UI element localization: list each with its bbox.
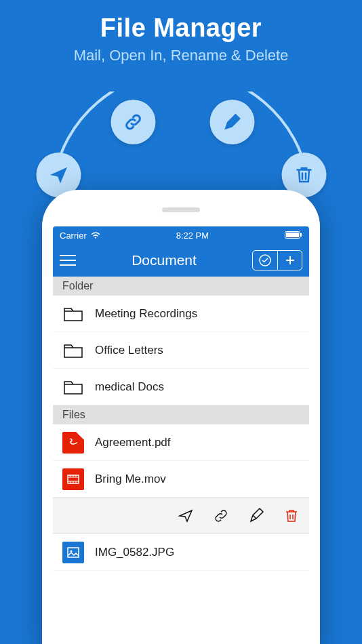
list-item[interactable]: IMG_0582.JPG [53, 534, 309, 571]
status-bar: Carrier 8:22 PM [53, 226, 309, 244]
battery-icon [285, 230, 302, 241]
folder-name: Office Letters [95, 344, 163, 357]
image-icon [62, 542, 84, 563]
video-icon [62, 468, 84, 490]
nav-bar: Document [53, 244, 309, 277]
promo-title: File Manager [0, 0, 362, 43]
promo-subtitle: Mail, Open In, Rename & Delete [0, 47, 362, 64]
svg-point-0 [95, 237, 96, 238]
files-section-header: Files [53, 405, 309, 424]
rename-action[interactable] [239, 498, 274, 534]
link-action[interactable] [203, 498, 239, 534]
file-name: IMG_0582.JPG [95, 546, 174, 559]
folder-icon [62, 303, 84, 325]
add-button[interactable] [277, 251, 302, 270]
delete-action[interactable] [274, 498, 309, 534]
svg-rect-6 [68, 548, 79, 557]
list-item[interactable]: Office Letters [53, 332, 309, 369]
wifi-icon [91, 230, 100, 241]
swipe-actions [53, 498, 309, 534]
list-item[interactable]: Meeting Recordings [53, 296, 309, 332]
folder-name: Meeting Recordings [95, 307, 197, 321]
pen-icon [210, 100, 255, 144]
file-name: Bring Me.mov [95, 472, 166, 486]
carrier-label: Carrier [60, 230, 87, 241]
nav-title: Document [76, 252, 252, 268]
list-item[interactable]: Bring Me.mov [53, 461, 309, 498]
link-icon [111, 100, 156, 144]
folder-section-header: Folder [53, 277, 309, 296]
phone-mockup: Carrier 8:22 PM Document [42, 190, 320, 644]
file-name: Agreement.pdf [95, 436, 171, 449]
status-time: 8:22 PM [100, 230, 285, 241]
folder-name: medical Docs [95, 380, 164, 394]
pdf-icon [62, 432, 84, 454]
list-item[interactable]: medical Docs [53, 369, 309, 405]
svg-rect-2 [286, 233, 299, 237]
folder-icon [62, 340, 84, 361]
nav-actions [252, 250, 302, 270]
menu-button[interactable] [60, 255, 76, 266]
svg-rect-3 [300, 233, 302, 237]
folder-icon [62, 376, 84, 398]
send-action[interactable] [168, 498, 203, 534]
select-button[interactable] [253, 251, 277, 270]
list-item[interactable]: Agreement.pdf [53, 424, 309, 461]
